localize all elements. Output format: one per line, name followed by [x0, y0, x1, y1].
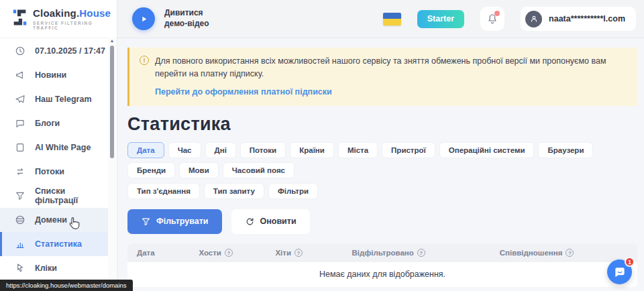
tab-0-1[interactable]: Час	[168, 142, 201, 158]
demo-video-label[interactable]: Дивитися демо-відео	[164, 8, 209, 29]
sidebar-item-label: Статистика	[35, 239, 82, 249]
sidebar-item-datetime[interactable]: 07.10.2025 / 17:47	[0, 39, 109, 63]
sidebar: Cloaking.House SERVICE FILTERING TRAFFIC…	[0, 0, 117, 291]
tab-0-6[interactable]: Пристрої	[382, 142, 435, 158]
banner-text: Для повного використання всіх можливосте…	[155, 55, 610, 80]
loop-icon	[15, 166, 25, 177]
user-email: naata**********l.com	[549, 14, 625, 23]
funnel-icon	[141, 217, 151, 227]
help-icon[interactable]: ?	[566, 249, 574, 257]
filter-button[interactable]: Фільтрувати	[127, 209, 222, 234]
play-icon	[140, 15, 148, 23]
action-buttons: Фільтрувати Оновити	[127, 209, 637, 234]
funnel-icon	[15, 190, 25, 201]
brand-name: Cloaking.	[33, 7, 79, 19]
tab-0-8[interactable]: Браузери	[538, 142, 593, 158]
column-header: Хости?	[199, 249, 275, 257]
sidebar-item-label: Списки фільтрації	[35, 186, 109, 205]
chat-icon	[15, 118, 25, 129]
ukraine-flag-icon[interactable]	[383, 13, 401, 25]
tab-0-11[interactable]: Часовий пояс	[223, 162, 294, 178]
column-header: Співвідношення?	[500, 249, 637, 257]
column-header-label: Співвідношення	[500, 249, 563, 257]
chat-widget-icon	[613, 266, 627, 279]
subscription-link[interactable]: Перейти до оформлення платної підписки	[155, 87, 332, 97]
cursor-icon	[15, 263, 25, 274]
sidebar-item-flows[interactable]: Потоки	[0, 160, 109, 184]
trial-warning-banner: ! Для повного використання всіх можливос…	[127, 48, 637, 106]
notification-dot	[494, 11, 500, 16]
help-icon[interactable]: ?	[225, 249, 233, 257]
tab-row-2: Тип з'єднанняТип запитуФільтри	[127, 183, 637, 199]
warning-icon: !	[140, 56, 149, 65]
help-icon[interactable]: ?	[417, 249, 425, 257]
clock-icon	[15, 46, 25, 56]
app-window: Cloaking.House SERVICE FILTERING TRAFFIC…	[0, 0, 644, 291]
column-header-label: Хіти	[275, 249, 291, 257]
chat-widget-button[interactable]: 1	[607, 259, 632, 284]
notifications-button[interactable]	[480, 7, 504, 31]
link-preview-statusbar: https://cloaking.house/webmaster/domains	[0, 280, 133, 291]
tab-0-7[interactable]: Операційні системи	[439, 142, 535, 158]
sidebar-item-clicks[interactable]: Кліки	[0, 256, 109, 280]
tab-1-0[interactable]: Тип з'єднання	[127, 183, 200, 199]
brand-name-accent: House	[79, 7, 111, 19]
sidebar-item-label: Кліки	[35, 264, 57, 273]
tab-1-1[interactable]: Тип запиту	[204, 183, 264, 199]
tab-row-1: ДатаЧасДніПотокиКраїниМістаПристроїОпера…	[127, 142, 637, 178]
page-icon	[15, 142, 25, 153]
statistics-tabs: ДатаЧасДніПотокиКраїниМістаПристроїОпера…	[127, 142, 637, 199]
logo-text: Cloaking.House SERVICE FILTERING TRAFFIC	[33, 7, 117, 30]
user-icon	[529, 14, 539, 23]
tab-0-5[interactable]: Міста	[338, 142, 378, 158]
tab-0-0[interactable]: Дата	[127, 142, 164, 158]
megaphone-icon	[15, 70, 25, 80]
sidebar-item-label: Наш Telegram	[35, 95, 92, 104]
page-title: Статистика	[127, 114, 637, 135]
column-header: Дата	[127, 249, 199, 257]
refresh-button[interactable]: Оновити	[231, 209, 310, 234]
sidebar-item-telegram[interactable]: Наш Telegram	[0, 87, 109, 111]
refresh-icon	[245, 217, 255, 227]
chat-badge: 1	[625, 257, 635, 267]
column-header-label: Дата	[137, 249, 155, 257]
sidebar-menu: 07.10.2025 / 17:47НовиниНаш TelegramБлог…	[0, 39, 109, 280]
column-header: Відфільтровано?	[352, 249, 499, 257]
sidebar-item-news[interactable]: Новини	[0, 63, 109, 87]
scroll-up-icon[interactable]: ▲	[108, 38, 116, 44]
avatar	[525, 11, 542, 27]
sidebar-item-filter-lists[interactable]: Списки фільтрації	[0, 184, 109, 208]
telegram-icon	[15, 94, 25, 105]
sidebar-item-domains[interactable]: Домени	[0, 208, 109, 232]
sidebar-item-statistics[interactable]: Статистика	[0, 232, 109, 256]
sidebar-item-ai-white-page[interactable]: AI White Page	[0, 135, 109, 160]
logo[interactable]: Cloaking.House SERVICE FILTERING TRAFFIC	[0, 0, 117, 38]
logo-tagline: SERVICE FILTERING TRAFFIC	[33, 21, 117, 30]
tab-0-10[interactable]: Мови	[179, 162, 219, 178]
column-header: Хіти?	[275, 249, 352, 257]
sidebar-item-label: Новини	[35, 70, 66, 80]
column-header-label: Хости	[199, 249, 221, 257]
demo-video-play-button[interactable]	[132, 7, 155, 30]
table-empty-state: Немає даних для відображення.	[127, 262, 637, 287]
sidebar-scrollbar[interactable]: ▲ ▼	[108, 38, 116, 291]
sidebar-item-label: AI White Page	[35, 143, 91, 152]
column-header-label: Відфільтровано	[352, 249, 413, 257]
tab-0-9[interactable]: Бренди	[127, 162, 175, 178]
user-account-button[interactable]: naata**********l.com	[521, 7, 636, 31]
cloaking-house-logo-icon	[12, 9, 28, 29]
tab-0-4[interactable]: Країни	[290, 142, 334, 158]
sidebar-item-blogs[interactable]: Блоги	[0, 111, 109, 135]
help-icon[interactable]: ?	[294, 249, 303, 257]
header-right: Starter naata**********l.com	[383, 7, 636, 31]
tab-1-2[interactable]: Фільтри	[268, 183, 318, 199]
tab-0-2[interactable]: Дні	[205, 142, 236, 158]
statistics-table-header: ДатаХости?Хіти?Відфільтровано?Співвіднош…	[127, 243, 637, 262]
bar-chart-icon	[15, 239, 25, 249]
sidebar-item-label: Блоги	[35, 119, 60, 128]
scrollbar-thumb[interactable]	[110, 46, 114, 158]
plan-badge-button[interactable]: Starter	[417, 10, 464, 28]
tab-0-3[interactable]: Потоки	[240, 142, 286, 158]
sidebar-item-label: Домени	[35, 215, 67, 225]
main-content: ! Для повного використання всіх можливос…	[117, 39, 644, 291]
